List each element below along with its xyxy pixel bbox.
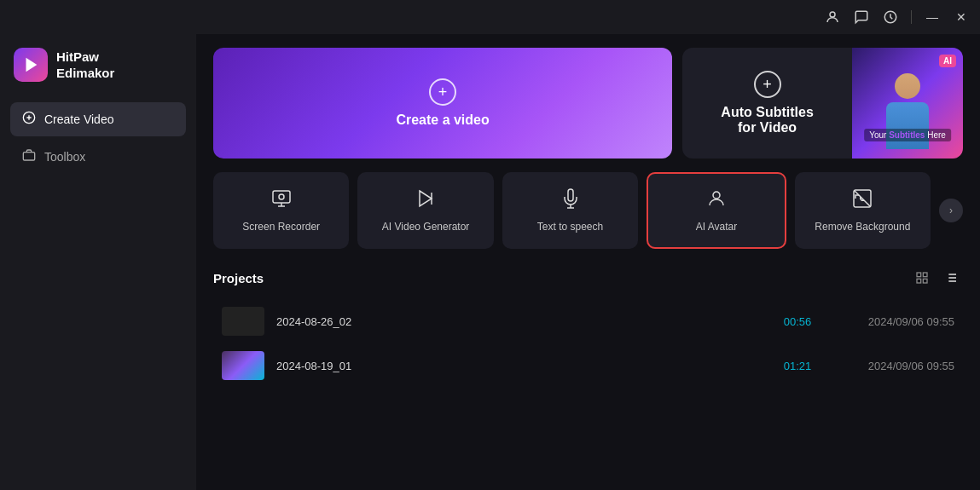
title-bar: — ✕ — [0, 0, 980, 34]
svg-marker-7 — [420, 191, 432, 206]
minimize-button[interactable]: — — [924, 9, 941, 26]
project-thumb — [222, 351, 264, 380]
divider — [911, 10, 912, 24]
logo-text: HitPaw Edimakor — [56, 49, 114, 82]
auto-subtitle-preview: AI Your Subtitles Here — [852, 48, 963, 159]
profile-icon[interactable] — [824, 9, 841, 26]
close-button[interactable]: ✕ — [953, 9, 970, 26]
ai-badge: AI — [939, 55, 956, 67]
create-video-plus: + — [429, 78, 456, 106]
svg-marker-2 — [26, 58, 38, 72]
auto-subtitle-label-1: Auto Subtitles — [721, 105, 813, 120]
auto-subtitle-label-2: for Video — [721, 120, 813, 135]
tool-screen-recorder[interactable]: Screen Recorder — [213, 172, 349, 249]
toolbox-icon — [22, 148, 36, 165]
tool-ai-avatar[interactable]: AI Avatar — [647, 172, 786, 249]
title-bar-icons: — ✕ — [824, 9, 970, 26]
svg-rect-12 — [917, 279, 921, 283]
tool-remove-background[interactable]: Remove Background — [795, 172, 931, 249]
auto-subtitle-plus: + — [754, 71, 781, 98]
project-thumb — [222, 307, 264, 336]
auto-subtitle-card[interactable]: + Auto Subtitles for Video AI — [682, 48, 963, 159]
hero-section: + Create a video + Auto Subtitles for Vi… — [213, 48, 963, 159]
sidebar-item-toolbox[interactable]: Toolbox — [10, 140, 186, 174]
create-video-label: Create a video — [396, 112, 489, 128]
project-list: 2024-08-26_02 00:56 2024/09/06 09:55 202… — [213, 300, 963, 387]
ai-avatar-icon — [706, 188, 727, 214]
subtitle-preview-bg: AI Your Subtitles Here — [852, 48, 963, 159]
sidebar-item-label: Toolbox — [44, 150, 85, 164]
sidebar: HitPaw Edimakor Create Video Too — [0, 34, 196, 490]
list-view-toggle[interactable] — [939, 266, 963, 290]
sidebar-logo: HitPaw Edimakor — [0, 48, 196, 102]
project-date: 2024/09/06 09:55 — [835, 360, 954, 372]
text-to-speech-icon — [560, 188, 581, 214]
text-to-speech-label: Text to speech — [537, 221, 603, 233]
sidebar-nav: Create Video Toolbox — [0, 102, 196, 174]
svg-rect-5 — [273, 191, 290, 203]
ai-avatar-label: AI Avatar — [696, 221, 737, 233]
toolbox-chevron[interactable]: › — [939, 199, 963, 222]
project-name: 2024-08-26_02 — [276, 315, 760, 328]
logo-icon — [14, 48, 48, 82]
svg-rect-10 — [917, 273, 921, 277]
ai-video-label: AI Video Generator — [382, 221, 470, 233]
projects-title: Projects — [213, 271, 264, 285]
svg-rect-4 — [23, 153, 34, 160]
sidebar-item-create-video[interactable]: Create Video — [10, 102, 186, 136]
svg-rect-13 — [923, 279, 927, 283]
screen-recorder-icon — [271, 188, 292, 214]
auto-subtitle-left: + Auto Subtitles for Video — [682, 48, 852, 159]
table-row[interactable]: 2024-08-26_02 00:56 2024/09/06 09:55 — [213, 300, 963, 343]
chat-icon[interactable] — [853, 9, 870, 26]
svg-rect-11 — [923, 273, 927, 277]
project-duration: 00:56 — [772, 315, 823, 328]
sidebar-item-label: Create Video — [44, 112, 113, 126]
create-video-card[interactable]: + Create a video — [213, 48, 672, 159]
projects-header: Projects — [213, 266, 963, 290]
project-date: 2024/09/06 09:55 — [835, 315, 954, 328]
table-row[interactable]: 2024-08-19_01 01:21 2024/09/06 09:55 — [213, 344, 963, 387]
remove-bg-icon — [852, 188, 873, 214]
remove-bg-label: Remove Background — [815, 221, 910, 233]
toolbox-grid: Screen Recorder AI Video Generator Te — [213, 172, 963, 249]
clock-icon[interactable] — [882, 9, 899, 26]
screen-recorder-label: Screen Recorder — [242, 221, 320, 233]
view-toggles — [910, 266, 963, 290]
project-name: 2024-08-19_01 — [276, 360, 760, 372]
tool-text-to-speech[interactable]: Text to speech — [502, 172, 638, 249]
ai-video-icon — [415, 188, 436, 214]
tool-ai-video-generator[interactable]: AI Video Generator — [357, 172, 493, 249]
svg-point-6 — [279, 194, 284, 199]
grid-view-toggle[interactable] — [910, 266, 934, 290]
project-duration: 01:21 — [772, 360, 823, 372]
create-video-icon — [22, 111, 36, 128]
svg-point-0 — [830, 12, 835, 17]
svg-point-8 — [713, 192, 720, 199]
subtitle-text: Your Subtitles Here — [864, 129, 951, 141]
main-content: + Create a video + Auto Subtitles for Vi… — [196, 34, 980, 490]
app-body: HitPaw Edimakor Create Video Too — [0, 34, 980, 490]
